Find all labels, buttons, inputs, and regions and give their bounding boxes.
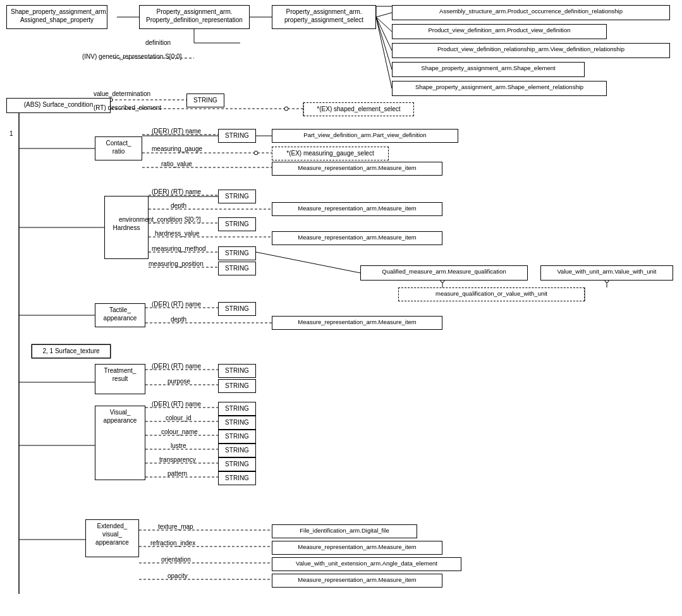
string-hardness-name-box: STRING <box>218 190 256 203</box>
string-contact-name-box: STRING <box>218 129 256 143</box>
measure-rep-tactile-box: Measure_representation_arm.Measure_item <box>272 316 442 330</box>
measure-rep-opacity-box: Measure_representation_arm.Measure_item <box>272 574 442 588</box>
string-value-det-box: STRING <box>186 94 224 107</box>
svg-line-5 <box>376 17 392 69</box>
string-treatment-name-box: STRING <box>218 364 256 378</box>
assembly-structure-box: Assembly_structure_arm.Product_occurrenc… <box>392 5 670 20</box>
measure-rep-ratio-box: Measure_representation_arm.Measure_item <box>272 162 442 176</box>
value-determination-label: value_determination <box>94 90 150 97</box>
texture-map-label: texture_map <box>158 523 193 530</box>
product-view-def-rel-box: Product_view_definition_relationship_arm… <box>392 43 670 58</box>
depth-hardness-label: depth <box>171 202 186 209</box>
string-env-box: STRING <box>218 217 256 231</box>
env-condition-label: environment_condition S[0:?] <box>119 216 201 223</box>
svg-point-23 <box>254 151 258 155</box>
opacity-label: opacity <box>167 572 188 579</box>
value-with-unit-box: Value_with_unit_arm.Value_with_unit <box>540 265 673 281</box>
depth-tactile-label: depth <box>171 316 186 323</box>
svg-point-16 <box>284 107 288 111</box>
svg-line-4 <box>376 17 392 51</box>
measure-qual-or-val-box: measure_qualification_or_value_with_unit <box>398 287 585 301</box>
colour-name-label: colour_name <box>161 428 198 435</box>
property-assignment-arm-def-box: Property_assignment_arm.Property_definit… <box>139 5 250 29</box>
ratio-value-label: ratio_value <box>161 160 192 167</box>
definition-label: definition <box>145 39 171 46</box>
property-assignment-arm-select-box: Property_assignment_arm.property_assignm… <box>272 5 376 29</box>
orientation-label: orientation <box>161 556 191 563</box>
der-rt-name-contact-label: (DER) (RT) name <box>152 128 201 135</box>
inv-generic-label: (INV) generic_representation S[0;0] <box>82 53 181 60</box>
string-measuring-method-box: STRING <box>218 246 256 260</box>
shape-property-shape-element-rel-box: Shape_property_assignment_arm.Shape_elem… <box>392 81 607 96</box>
string-transparency-box: STRING <box>218 457 256 471</box>
string-colour-id-box: STRING <box>218 416 256 430</box>
der-rt-name-tactile-label: (DER) (RT) name <box>152 301 201 308</box>
value-with-unit-orientation-box: Value_with_unit_extension_arm.Angle_data… <box>272 557 461 571</box>
string-tactile-name-box: STRING <box>218 302 256 316</box>
string-visual-name-box: STRING <box>218 402 256 416</box>
tactile-appearance-box: Tactile_appearance <box>95 303 145 327</box>
string-measuring-pos-box: STRING <box>218 262 256 275</box>
measuring-gauge-label: measuring_gauge <box>152 145 202 152</box>
hardness-box: Hardness <box>104 196 149 259</box>
measure-rep-hardness-box: Measure_representation_arm.Measure_item <box>272 231 442 245</box>
rt-described-label: (RT) described_element <box>94 104 161 111</box>
refraction-index-label: refraction_index <box>150 540 195 547</box>
svg-line-2 <box>376 13 392 17</box>
surface-texture-label-box: 2, 1 Surface_texture <box>32 344 111 358</box>
extended-visual-box: Extended_visual_appearance <box>85 519 139 557</box>
string-colour-name-box: STRING <box>218 430 256 444</box>
qualified-measure-box: Qualified_measure_arm.Measure_qualificat… <box>360 265 528 281</box>
measuring-gauge-select-box: *(EX) measuring_gauge_select <box>272 147 389 160</box>
treatment-result-box: Treatment_result <box>95 364 145 394</box>
colour-id-label: colour_id <box>166 414 192 421</box>
part-view-def-box: Part_view_definition_arm.Part_view_defin… <box>272 129 458 143</box>
der-rt-name-treatment-label: (DER) (RT) name <box>152 363 201 370</box>
lustre-label: lustre <box>171 442 186 449</box>
visual-appearance-box: Visual_appearance <box>95 406 145 480</box>
one-label: 1 <box>9 130 13 137</box>
measuring-method-label: measuring_method <box>152 245 206 252</box>
svg-line-6 <box>376 17 392 88</box>
shaped-element-select-box: *(EX) shaped_element_select <box>303 102 414 116</box>
purpose-label: purpose <box>167 378 190 385</box>
product-view-def-box: Product_view_definition_arm.Product_view… <box>392 24 607 39</box>
measure-rep-refraction-box: Measure_representation_arm.Measure_item <box>272 541 442 555</box>
string-treatment-purpose-box: STRING <box>218 379 256 393</box>
der-rt-name-visual-label: (DER) (RT) name <box>152 401 201 408</box>
svg-line-33 <box>256 252 360 273</box>
shape-property-shape-element-box: Shape_property_assignment_arm.Shape_elem… <box>392 62 585 77</box>
diagram-container: 1 <box>0 0 682 616</box>
pattern-label: pattern <box>167 470 187 477</box>
file-identification-box: File_identification_arm.Digital_file <box>272 524 417 538</box>
der-rt-name-hardness-label: (DER) (RT) name <box>152 188 201 195</box>
string-lustre-box: STRING <box>218 444 256 457</box>
contact-ratio-box: Contact_ratio <box>95 136 142 160</box>
string-pattern-box: STRING <box>218 471 256 485</box>
measuring-position-label: measuring_position <box>149 260 204 267</box>
shape-property-arm-box: Shape_property_assignment_arm.Assigned_s… <box>6 5 107 29</box>
svg-line-3 <box>376 17 392 32</box>
transparency-label: transparency <box>159 456 196 463</box>
hardness-value-label: hardness_value <box>155 230 200 237</box>
measure-rep-depth-box: Measure_representation_arm.Measure_item <box>272 202 442 216</box>
